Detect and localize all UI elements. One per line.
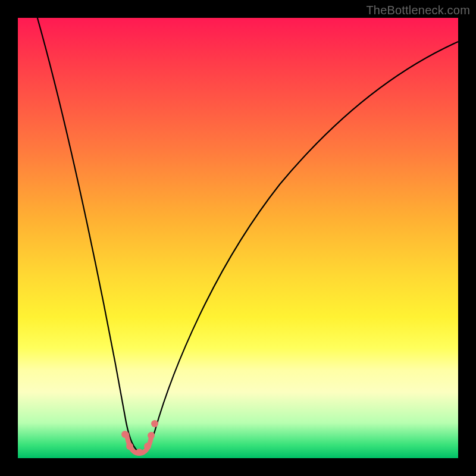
chart-plot-area xyxy=(18,18,458,458)
curve-path xyxy=(36,18,458,452)
watermark-text: TheBottleneck.com xyxy=(366,4,470,17)
trough-dot xyxy=(151,420,158,427)
trough-dot xyxy=(144,443,151,450)
bottleneck-curve xyxy=(18,18,458,458)
trough-dot xyxy=(126,443,133,450)
trough-dot xyxy=(148,432,155,439)
trough-dot xyxy=(121,431,129,438)
trough-dot xyxy=(136,449,143,456)
